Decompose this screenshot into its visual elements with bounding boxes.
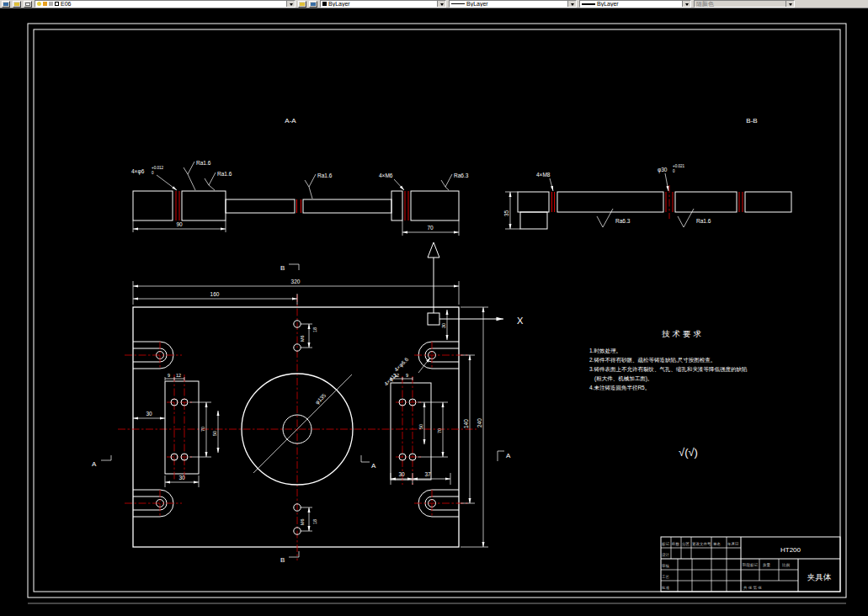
dim-37-label: 37 bbox=[424, 471, 431, 477]
linetype-dropdown[interactable]: ByLayer bbox=[449, 0, 577, 8]
surface-finish-icon bbox=[305, 174, 316, 187]
tb-header-mark: 标记 bbox=[661, 541, 670, 547]
section-marker-b-bottom: B bbox=[280, 556, 285, 564]
layer-on-icon bbox=[37, 2, 41, 6]
tech-line-2: 2.铸件不得有砂眼、疏松等铸造缺陷,尺寸按图检查。 bbox=[589, 357, 716, 364]
thread-callout-label: 4×M6 bbox=[379, 173, 393, 178]
tech-line-3: 3.铸件表面上不允许有裂纹、气孔、缩孔和夹渣等降低强度的缺陷 bbox=[589, 366, 747, 373]
tech-line-4: (粗大件、机械加工面)。 bbox=[594, 375, 652, 382]
tb-header-date: 年月日 bbox=[727, 542, 739, 546]
toolbar-make-layer-icon[interactable] bbox=[24, 1, 32, 8]
layer-freeze-icon bbox=[43, 2, 47, 6]
dim-90-label: 90 bbox=[176, 221, 183, 227]
linetype-value: ByLayer bbox=[466, 1, 488, 8]
section-b-view: B-B 35 4×M8 φ30 +0.021 0 Ra6.3 Ra1.6 bbox=[503, 117, 791, 229]
surface-finish-icon bbox=[597, 209, 613, 227]
dim-30-side-label: 30 bbox=[146, 411, 152, 417]
bore-tolerance-sub: 0 bbox=[673, 169, 675, 173]
surface-finish-icon bbox=[678, 209, 694, 227]
dim-70-label: 70 bbox=[437, 428, 442, 433]
ra-label-2: Ra1.6 bbox=[217, 171, 232, 177]
surface-finish-icon bbox=[205, 173, 216, 185]
tech-line-5: 4.未注铸造圆角半径R5。 bbox=[589, 385, 650, 390]
tech-title: 技术要求 bbox=[662, 329, 704, 338]
ucs-x-axis-label: X bbox=[517, 316, 524, 326]
title-block: 标记 处数 分区 更改文件号 签名 年月日 设计 审核 工艺 批准 阶段标记 质… bbox=[661, 537, 840, 592]
m6-label: M6 bbox=[300, 518, 305, 525]
tb-sheet-label: 共 张 第 张 bbox=[743, 586, 762, 590]
layer-dropdown-arrow-icon[interactable] bbox=[286, 1, 295, 7]
surface-finish-icon bbox=[441, 174, 452, 187]
color-dropdown-arrow-icon[interactable] bbox=[437, 1, 445, 7]
lineweight-value: ByLayer bbox=[597, 1, 619, 8]
top-toolbar: E06 ByLayer ByLayer ByLayer 随颜色 bbox=[0, 0, 868, 8]
tb-material-value: HT200 bbox=[780, 546, 801, 554]
cad-drawing: A-A 4×φ6 +0.012 0 Ra1.6 Ra1.6 Ra1.6 4×M6 bbox=[0, 8, 868, 616]
tb-header-sign: 签名 bbox=[713, 542, 721, 546]
corner-slot-bottom-right bbox=[414, 490, 468, 517]
ra-label-4: Ra6.3 bbox=[454, 173, 469, 178]
ucs-icon: X bbox=[428, 242, 524, 326]
plan-view: φ135 bbox=[92, 264, 511, 564]
right-bolt-pattern: 12 9 50 70 30 37 bbox=[391, 373, 450, 485]
tb-weight-label: 质量 bbox=[763, 563, 771, 567]
dim-70-label: 70 bbox=[427, 225, 434, 231]
section-marker-a-right: A bbox=[371, 462, 376, 470]
toolbar-layer-states-icon[interactable] bbox=[309, 1, 317, 8]
thread-callout-label: 4×M8 bbox=[536, 172, 551, 178]
dim-320-label: 320 bbox=[291, 279, 301, 284]
dim-50-label: 50 bbox=[418, 424, 423, 429]
toolbar-previous-layer-icon[interactable] bbox=[298, 1, 306, 8]
ra-left-label: Ra6.3 bbox=[615, 218, 631, 224]
m6-label: M6 bbox=[300, 335, 305, 342]
ra-label-3: Ra1.6 bbox=[317, 173, 333, 178]
layer-lock-icon bbox=[49, 2, 53, 6]
plotstyle-dropdown: 随颜色 bbox=[694, 0, 795, 8]
technical-requirements: 技术要求 1.时效处理。 2.铸件不得有砂眼、疏松等铸造缺陷,尺寸按图检查。 3… bbox=[589, 329, 747, 459]
dim-240-label: 240 bbox=[477, 418, 482, 427]
tb-stage-label: 阶段标记 bbox=[743, 562, 759, 568]
plotstyle-dropdown-arrow-icon bbox=[785, 1, 794, 7]
left-bolt-pattern: 9 12 70 50 30 30 bbox=[133, 373, 218, 487]
hole-tolerance-sup: +0.012 bbox=[152, 166, 163, 170]
layer-color-chip bbox=[55, 2, 59, 6]
ucs-y-arrow-icon bbox=[428, 242, 439, 258]
ra-right-label: Ra1.6 bbox=[696, 218, 711, 224]
section-marker-a-far-right: A bbox=[506, 452, 511, 459]
linetype-dropdown-arrow-icon[interactable] bbox=[567, 1, 576, 7]
section-b-title: B-B bbox=[746, 117, 757, 125]
dim-9-label: 9 bbox=[406, 373, 408, 378]
dim-30-label: 30 bbox=[398, 471, 405, 477]
tb-scale-label: 比例 bbox=[782, 563, 791, 568]
lineweight-sample-icon bbox=[582, 3, 595, 5]
tb-header-zone: 分区 bbox=[682, 541, 690, 546]
tb-row-design: 设计 bbox=[662, 552, 670, 557]
color-value: ByLayer bbox=[328, 1, 350, 8]
dim-30-topright-label: 30 bbox=[441, 323, 446, 328]
tb-header-count: 处数 bbox=[672, 541, 680, 546]
surface-finish-icon bbox=[184, 162, 194, 174]
model-space-canvas[interactable]: A-A 4×φ6 +0.012 0 Ra1.6 Ra1.6 Ra1.6 4×M6 bbox=[0, 8, 868, 616]
toolbar-layers-icon[interactable] bbox=[2, 1, 10, 8]
lineweight-dropdown-arrow-icon[interactable] bbox=[682, 1, 690, 7]
ra-label-1: Ra1.6 bbox=[196, 160, 211, 166]
dim-50-label: 50 bbox=[212, 431, 217, 436]
plotstyle-value: 随颜色 bbox=[696, 1, 714, 8]
section-marker-a-left: A bbox=[92, 460, 97, 468]
tb-row-process: 工艺 bbox=[662, 574, 670, 579]
cbore-label-1: 4×φ6.6 bbox=[393, 356, 411, 374]
lineweight-dropdown[interactable]: ByLayer bbox=[579, 0, 691, 8]
tb-row-check: 审核 bbox=[662, 564, 670, 568]
dim-9-label: 9 bbox=[168, 373, 170, 378]
dim-12-label: 12 bbox=[176, 373, 181, 378]
color-dropdown[interactable]: ByLayer bbox=[320, 0, 446, 8]
dim-160-label: 160 bbox=[210, 291, 220, 297]
tech-line-1: 1.时效处理。 bbox=[589, 348, 621, 354]
surface-finish-note: √(√) bbox=[679, 446, 698, 459]
tb-part-name: 夹具体 bbox=[807, 572, 832, 581]
bore-callout-label: φ30 bbox=[658, 167, 668, 173]
tb-row-approve: 批准 bbox=[661, 586, 670, 590]
bore-dia-label: φ135 bbox=[314, 392, 328, 406]
toolbar-layer-manager-icon[interactable] bbox=[13, 1, 21, 8]
layer-dropdown[interactable]: E06 bbox=[35, 0, 296, 8]
